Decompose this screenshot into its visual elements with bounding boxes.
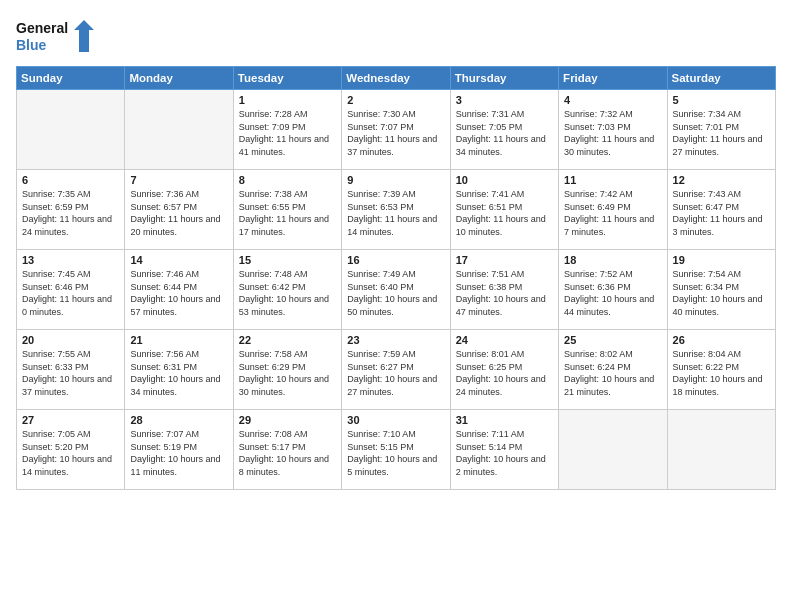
calendar-cell: 14Sunrise: 7:46 AMSunset: 6:44 PMDayligh… [125,250,233,330]
calendar-cell: 24Sunrise: 8:01 AMSunset: 6:25 PMDayligh… [450,330,558,410]
day-info: Sunrise: 7:59 AMSunset: 6:27 PMDaylight:… [347,348,444,398]
day-info: Sunrise: 8:04 AMSunset: 6:22 PMDaylight:… [673,348,770,398]
day-number: 4 [564,94,661,106]
page-header: General Blue [16,16,776,56]
calendar-cell: 28Sunrise: 7:07 AMSunset: 5:19 PMDayligh… [125,410,233,490]
day-info: Sunrise: 7:51 AMSunset: 6:38 PMDaylight:… [456,268,553,318]
day-info: Sunrise: 7:45 AMSunset: 6:46 PMDaylight:… [22,268,119,318]
svg-text:General: General [16,20,68,36]
col-header-saturday: Saturday [667,67,775,90]
day-number: 19 [673,254,770,266]
col-header-sunday: Sunday [17,67,125,90]
day-number: 14 [130,254,227,266]
day-info: Sunrise: 7:08 AMSunset: 5:17 PMDaylight:… [239,428,336,478]
day-info: Sunrise: 7:56 AMSunset: 6:31 PMDaylight:… [130,348,227,398]
svg-text:Blue: Blue [16,37,47,53]
calendar-week-5: 27Sunrise: 7:05 AMSunset: 5:20 PMDayligh… [17,410,776,490]
calendar-cell: 1Sunrise: 7:28 AMSunset: 7:09 PMDaylight… [233,90,341,170]
day-number: 29 [239,414,336,426]
calendar-cell: 21Sunrise: 7:56 AMSunset: 6:31 PMDayligh… [125,330,233,410]
calendar-cell: 3Sunrise: 7:31 AMSunset: 7:05 PMDaylight… [450,90,558,170]
day-number: 1 [239,94,336,106]
day-info: Sunrise: 7:41 AMSunset: 6:51 PMDaylight:… [456,188,553,238]
logo-icon: General Blue [16,16,96,56]
day-info: Sunrise: 7:34 AMSunset: 7:01 PMDaylight:… [673,108,770,158]
day-info: Sunrise: 7:32 AMSunset: 7:03 PMDaylight:… [564,108,661,158]
calendar-week-1: 1Sunrise: 7:28 AMSunset: 7:09 PMDaylight… [17,90,776,170]
calendar-cell: 6Sunrise: 7:35 AMSunset: 6:59 PMDaylight… [17,170,125,250]
day-info: Sunrise: 7:46 AMSunset: 6:44 PMDaylight:… [130,268,227,318]
calendar-cell: 10Sunrise: 7:41 AMSunset: 6:51 PMDayligh… [450,170,558,250]
calendar-cell: 11Sunrise: 7:42 AMSunset: 6:49 PMDayligh… [559,170,667,250]
calendar-cell: 9Sunrise: 7:39 AMSunset: 6:53 PMDaylight… [342,170,450,250]
calendar-cell: 2Sunrise: 7:30 AMSunset: 7:07 PMDaylight… [342,90,450,170]
day-info: Sunrise: 7:28 AMSunset: 7:09 PMDaylight:… [239,108,336,158]
calendar-cell: 31Sunrise: 7:11 AMSunset: 5:14 PMDayligh… [450,410,558,490]
calendar-cell: 25Sunrise: 8:02 AMSunset: 6:24 PMDayligh… [559,330,667,410]
calendar-cell: 18Sunrise: 7:52 AMSunset: 6:36 PMDayligh… [559,250,667,330]
day-info: Sunrise: 7:30 AMSunset: 7:07 PMDaylight:… [347,108,444,158]
day-info: Sunrise: 7:05 AMSunset: 5:20 PMDaylight:… [22,428,119,478]
day-number: 11 [564,174,661,186]
day-number: 7 [130,174,227,186]
svg-marker-2 [74,20,94,52]
calendar-header-row: SundayMondayTuesdayWednesdayThursdayFrid… [17,67,776,90]
day-number: 22 [239,334,336,346]
day-number: 18 [564,254,661,266]
day-number: 5 [673,94,770,106]
day-number: 2 [347,94,444,106]
day-info: Sunrise: 7:48 AMSunset: 6:42 PMDaylight:… [239,268,336,318]
day-info: Sunrise: 7:10 AMSunset: 5:15 PMDaylight:… [347,428,444,478]
calendar-cell: 15Sunrise: 7:48 AMSunset: 6:42 PMDayligh… [233,250,341,330]
calendar-table: SundayMondayTuesdayWednesdayThursdayFrid… [16,66,776,490]
day-number: 9 [347,174,444,186]
calendar-cell: 4Sunrise: 7:32 AMSunset: 7:03 PMDaylight… [559,90,667,170]
day-number: 24 [456,334,553,346]
day-number: 3 [456,94,553,106]
calendar-week-3: 13Sunrise: 7:45 AMSunset: 6:46 PMDayligh… [17,250,776,330]
col-header-thursday: Thursday [450,67,558,90]
calendar-cell [559,410,667,490]
calendar-cell [667,410,775,490]
col-header-wednesday: Wednesday [342,67,450,90]
day-number: 8 [239,174,336,186]
logo: General Blue [16,16,96,56]
calendar-cell: 27Sunrise: 7:05 AMSunset: 5:20 PMDayligh… [17,410,125,490]
calendar-cell: 20Sunrise: 7:55 AMSunset: 6:33 PMDayligh… [17,330,125,410]
day-number: 6 [22,174,119,186]
day-number: 12 [673,174,770,186]
calendar-cell: 5Sunrise: 7:34 AMSunset: 7:01 PMDaylight… [667,90,775,170]
calendar-cell [17,90,125,170]
day-info: Sunrise: 8:01 AMSunset: 6:25 PMDaylight:… [456,348,553,398]
day-info: Sunrise: 7:58 AMSunset: 6:29 PMDaylight:… [239,348,336,398]
day-info: Sunrise: 7:38 AMSunset: 6:55 PMDaylight:… [239,188,336,238]
calendar-cell: 29Sunrise: 7:08 AMSunset: 5:17 PMDayligh… [233,410,341,490]
calendar-cell: 8Sunrise: 7:38 AMSunset: 6:55 PMDaylight… [233,170,341,250]
day-info: Sunrise: 7:54 AMSunset: 6:34 PMDaylight:… [673,268,770,318]
day-number: 27 [22,414,119,426]
day-info: Sunrise: 7:07 AMSunset: 5:19 PMDaylight:… [130,428,227,478]
calendar-cell: 22Sunrise: 7:58 AMSunset: 6:29 PMDayligh… [233,330,341,410]
day-number: 26 [673,334,770,346]
col-header-tuesday: Tuesday [233,67,341,90]
calendar-week-2: 6Sunrise: 7:35 AMSunset: 6:59 PMDaylight… [17,170,776,250]
calendar-cell: 23Sunrise: 7:59 AMSunset: 6:27 PMDayligh… [342,330,450,410]
day-info: Sunrise: 7:55 AMSunset: 6:33 PMDaylight:… [22,348,119,398]
day-number: 13 [22,254,119,266]
day-info: Sunrise: 7:52 AMSunset: 6:36 PMDaylight:… [564,268,661,318]
day-number: 21 [130,334,227,346]
day-number: 17 [456,254,553,266]
col-header-friday: Friday [559,67,667,90]
day-info: Sunrise: 7:35 AMSunset: 6:59 PMDaylight:… [22,188,119,238]
day-number: 20 [22,334,119,346]
day-info: Sunrise: 7:31 AMSunset: 7:05 PMDaylight:… [456,108,553,158]
day-info: Sunrise: 7:11 AMSunset: 5:14 PMDaylight:… [456,428,553,478]
calendar-cell: 12Sunrise: 7:43 AMSunset: 6:47 PMDayligh… [667,170,775,250]
calendar-cell [125,90,233,170]
calendar-cell: 17Sunrise: 7:51 AMSunset: 6:38 PMDayligh… [450,250,558,330]
day-number: 10 [456,174,553,186]
day-number: 31 [456,414,553,426]
day-info: Sunrise: 8:02 AMSunset: 6:24 PMDaylight:… [564,348,661,398]
col-header-monday: Monday [125,67,233,90]
calendar-cell: 7Sunrise: 7:36 AMSunset: 6:57 PMDaylight… [125,170,233,250]
